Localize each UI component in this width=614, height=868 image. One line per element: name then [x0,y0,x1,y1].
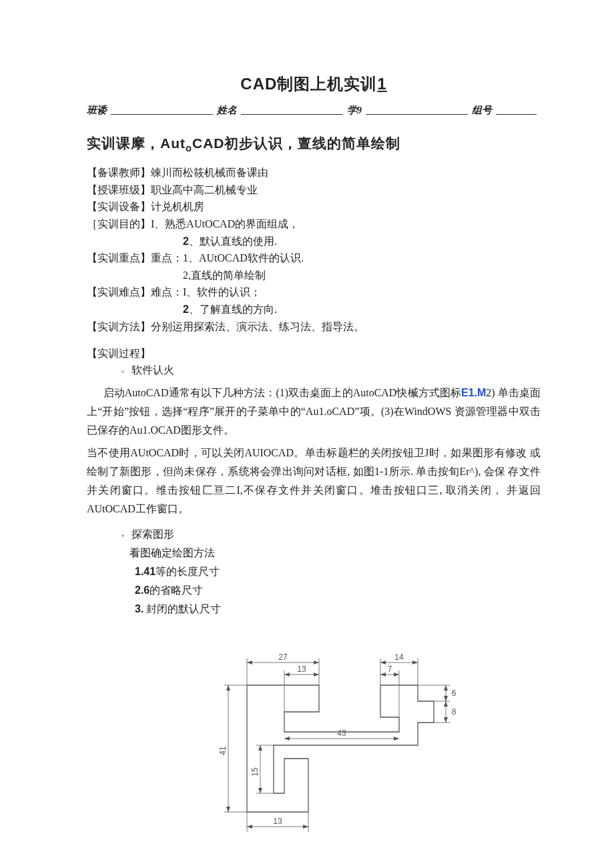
id-label: 学9 [347,104,362,117]
paragraph-1: 启动AutoCAD通常有以下几种方法：(1)双击桌面上的AutoCAD快楲方式图… [87,384,541,440]
class-line: 【授课班级】职业高中高二机械专业 [87,181,541,199]
key-line-1: 【实训重点】重点：1、AUtOCAD软件的认识. [87,250,541,267]
subtitle-pre: 实训课摩，Aut [87,135,186,151]
goal2-num: 2 [183,236,189,247]
bullet-1: 。软件认火 [87,361,541,380]
teacher-line: 【备课教师】竦川而松筱机械而备课由 [87,164,541,181]
svg-marker-32 [394,673,399,677]
svg-marker-41 [258,745,262,751]
dim-7: 7 [388,665,392,674]
title-main: CAD制图上机实训 [240,75,377,93]
drawing-svg: 27 13 14 7 43 6 8 41 15 13 [167,638,460,839]
diff2-num: 2 [183,304,189,315]
dim-6: 6 [452,689,456,698]
diff-line-1: 【实训难点】难点：I、软件的认识； [87,284,541,301]
svg-marker-29 [380,661,386,665]
title-number: 1 [377,75,386,93]
page: CAD制图上机实训1 班诿 姓名 学9 组号 实训课摩，AutoCAD初步认识，… [0,0,614,868]
bullet-dot-icon: 。 [121,364,131,374]
info-block: 【备课教师】竦川而松筱机械而备课由 【授课班级】职业高中高二机械专业 【实训设备… [87,164,541,335]
key-line-2: 2,直线的简单绘制 [87,267,541,284]
goal-line-1: ［实训目的】I、熟悉AUtOCAD的界面组成， [87,215,541,233]
svg-marker-42 [258,788,262,793]
svg-marker-37 [444,701,448,707]
svg-marker-36 [444,696,448,701]
dim-14: 14 [394,653,404,662]
subtitle: 实训课摩，AutoCAD初步认识，亶线的简单绘制 [87,134,541,153]
sub2-2b: 2.6的省略尺寸 [87,581,541,600]
dim-41: 41 [218,746,228,755]
svg-marker-34 [394,737,399,741]
technical-drawing: 27 13 14 7 43 6 8 41 15 13 [87,638,541,839]
sub2-2c: 3. 封闭的默认尺寸 [87,600,541,618]
subtitle-post: CAD初步认识，亶线的简单绘制 [192,135,401,151]
header-row: 班诿 姓名 学9 组号 [87,104,541,117]
blank-id [366,113,468,115]
bullet1-text: 软件认火 [131,364,174,376]
dim-13b: 13 [273,817,282,826]
bullet-2: 。探索图形 [87,525,541,544]
bullet-dot-icon-2: 。 [121,528,131,538]
blank-name [241,113,343,115]
svg-marker-33 [284,737,290,741]
svg-marker-27 [284,673,290,677]
paragraph-2: 当不使用AUtOCAD时，可以关闭AUIOCAD。单击标题栏的关闭按钮卫J时，如… [87,444,541,518]
svg-marker-26 [314,661,319,665]
dim-43: 43 [337,729,346,738]
blank-group [496,113,537,115]
svg-marker-35 [444,685,448,691]
goal-line-2: 22、默认直线的使用.、默认直线的使用. [87,233,541,250]
diff-line-2: 2、了解直线的方向. [87,301,541,318]
svg-marker-25 [247,661,252,665]
sub2-2b-bold: 2.6 [135,584,149,596]
equip-line: 【实训设备】计兑机机房 [87,198,541,215]
para1-pre: 启动AutoCAD通常有以下几种方法：(1)双击桌面上的AutoCAD快楲方式图… [103,387,462,398]
group-label: 组号 [472,104,492,117]
method-line: 【实训方法】分别运用探索法、演示法、练习法、指导法。 [87,318,541,336]
svg-marker-30 [412,661,418,665]
para1-blue: E1.M [461,387,486,398]
bullet2-text: 探索图形 [131,528,174,540]
dim-15: 15 [250,767,260,777]
dim-8: 8 [452,707,456,717]
dim-13a: 13 [297,665,306,674]
sub2-2a: 1.41等的长度尺寸 [87,562,541,581]
page-title: CAD制图上机实训1 [87,73,541,95]
subtitle-sub-o: o [186,143,192,153]
svg-marker-38 [444,717,448,723]
sub2-2a-bold: 1.41 [135,566,156,577]
svg-marker-39 [226,685,230,691]
sub2-2c-bold: 3. [135,603,143,614]
svg-marker-31 [380,673,386,677]
svg-marker-28 [314,673,319,677]
name-label: 姓名 [217,104,237,117]
sub2-1: 看图确定绘图方法 [87,544,541,562]
dim-27: 27 [278,653,288,662]
svg-marker-44 [303,825,308,829]
blank-class [111,113,213,115]
svg-marker-43 [247,825,252,829]
class-label: 班诿 [87,104,107,117]
svg-marker-40 [226,807,230,812]
process-head: 【实训过程】 [87,347,541,361]
